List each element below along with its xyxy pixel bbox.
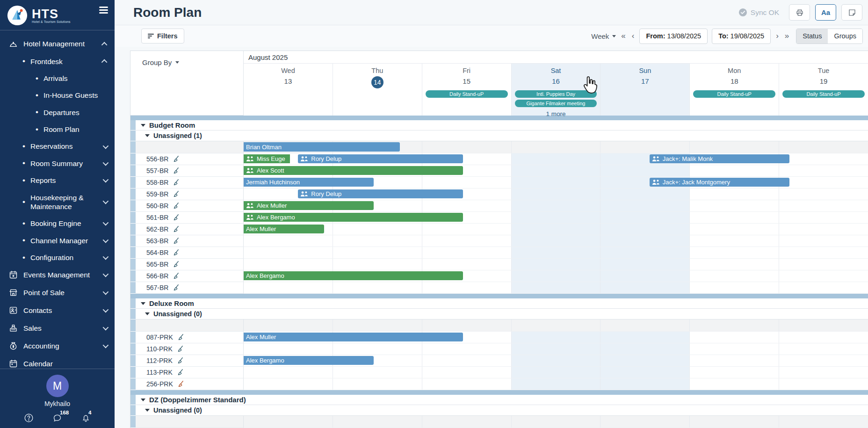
day-cell[interactable] [511,319,600,331]
filters-button[interactable]: Filters [141,29,184,44]
collapse-caret-icon[interactable] [145,134,150,137]
sidebar-item-reservations[interactable]: •Reservations [0,138,115,155]
event-pill[interactable]: Daily Stand-uP [693,90,775,98]
sidebar-item-frontdesk[interactable]: •Frontdesk [0,53,115,70]
event-pill[interactable]: Daily Stand-uP [782,90,865,98]
day-cell[interactable] [689,319,779,331]
next-button[interactable]: › [775,31,780,41]
reservation-bar[interactable]: Alex Muller [244,225,324,233]
help-icon[interactable] [24,413,34,425]
day-cell[interactable] [511,416,600,428]
day-cell[interactable] [689,343,779,355]
group-by-select[interactable]: Group By [142,58,243,66]
day-cell[interactable] [689,212,779,223]
day-cell[interactable] [422,247,511,258]
day-cell[interactable] [422,319,511,331]
day-cell[interactable] [511,332,600,343]
housekeeping-broom-icon[interactable] [177,345,184,353]
housekeeping-broom-icon[interactable] [173,284,180,291]
day-cell[interactable] [779,355,868,366]
sidebar-item-configuration[interactable]: •Configuration [0,249,115,266]
range-select[interactable]: Week [591,32,616,40]
day-header-tue[interactable]: Tue19Daily Stand-uP [779,64,868,116]
collapse-caret-icon[interactable] [141,302,145,305]
housekeeping-broom-icon[interactable] [173,249,180,256]
day-cell[interactable] [779,212,868,223]
day-cell[interactable] [511,200,600,211]
day-cell[interactable] [600,270,689,282]
day-cell[interactable] [511,367,600,378]
more-events-link[interactable]: 1 more [512,110,600,117]
day-cell[interactable] [689,224,779,235]
day-cell[interactable] [511,270,600,282]
day-cell[interactable] [511,247,600,258]
day-cell[interactable] [779,235,868,247]
day-cell[interactable] [333,235,422,247]
reservation-bar[interactable]: Alex Muller [244,333,463,341]
day-cell[interactable] [333,247,422,258]
day-cell[interactable] [244,378,333,390]
day-header-fri[interactable]: Fri15Daily Stand-uP [422,64,511,116]
housekeeping-broom-icon[interactable] [177,334,185,341]
day-cell[interactable] [244,319,333,331]
reservation-bar[interactable]: Rory Delup [298,189,463,198]
sidebar-item-accounting[interactable]: Accounting [0,337,115,355]
day-cell[interactable] [600,247,689,258]
day-cell[interactable] [244,247,333,258]
day-header-sat[interactable]: Sat16Intl. Puppies DayGigante Filmaker m… [511,64,600,116]
day-cell[interactable] [779,332,868,343]
day-cell[interactable] [511,141,600,153]
day-cell[interactable] [511,224,600,235]
day-cell[interactable] [600,343,689,355]
day-header-mon[interactable]: Mon18Daily Stand-uP [689,64,779,116]
sidebar-item-arrivals[interactable]: •Arrivals [0,70,115,87]
day-cell[interactable] [511,165,600,176]
day-cell[interactable] [422,367,511,378]
chat-icon[interactable]: 168 [52,413,62,425]
day-cell[interactable] [422,177,511,188]
day-cell[interactable] [600,224,689,235]
day-header-sun[interactable]: Sun17 [600,64,689,116]
day-cell[interactable] [333,224,422,235]
day-cell[interactable] [511,177,600,188]
day-cell[interactable] [422,259,511,270]
day-cell[interactable] [333,343,422,355]
day-cell[interactable] [779,165,868,176]
day-cell[interactable] [600,367,689,378]
day-cell[interactable] [779,319,868,331]
reservation-bar[interactable]: Alex Scott [244,166,463,175]
day-cell[interactable] [422,343,511,355]
day-header-thu[interactable]: Thu14 [333,64,422,116]
housekeeping-broom-icon[interactable] [173,237,180,245]
day-cell[interactable] [422,235,511,247]
day-cell[interactable] [600,378,689,390]
day-cell[interactable] [511,259,600,270]
collapse-caret-icon[interactable] [141,399,145,401]
reservation-bar[interactable]: Brian Oltman [244,142,400,152]
day-cell[interactable] [422,200,511,211]
housekeeping-broom-icon[interactable] [173,190,180,198]
notes-button[interactable] [841,4,862,21]
day-cell[interactable] [689,378,779,390]
day-cell[interactable] [511,355,600,366]
day-cell[interactable] [600,332,689,343]
menu-toggle-icon[interactable] [99,7,108,15]
sidebar-item-sales[interactable]: Sales [0,319,115,337]
housekeeping-broom-icon[interactable] [177,369,184,376]
day-cell[interactable] [689,332,779,343]
day-cell[interactable] [422,282,511,293]
sidebar-item-calendar[interactable]: Calendar [0,355,115,369]
reservation-bar[interactable]: Miss Euge [244,154,290,163]
next-fast-button[interactable]: » [784,31,790,41]
housekeeping-broom-icon[interactable] [173,155,180,163]
day-cell[interactable] [779,141,868,153]
day-cell[interactable] [600,235,689,247]
day-cell[interactable] [511,378,600,390]
housekeeping-broom-icon[interactable] [173,225,180,233]
reservation-bar[interactable]: Rory Delup [298,154,463,163]
bell-icon[interactable]: 4 [81,413,91,425]
day-cell[interactable] [600,165,689,176]
day-cell[interactable] [511,189,600,200]
day-cell[interactable] [779,224,868,235]
day-cell[interactable] [779,247,868,258]
